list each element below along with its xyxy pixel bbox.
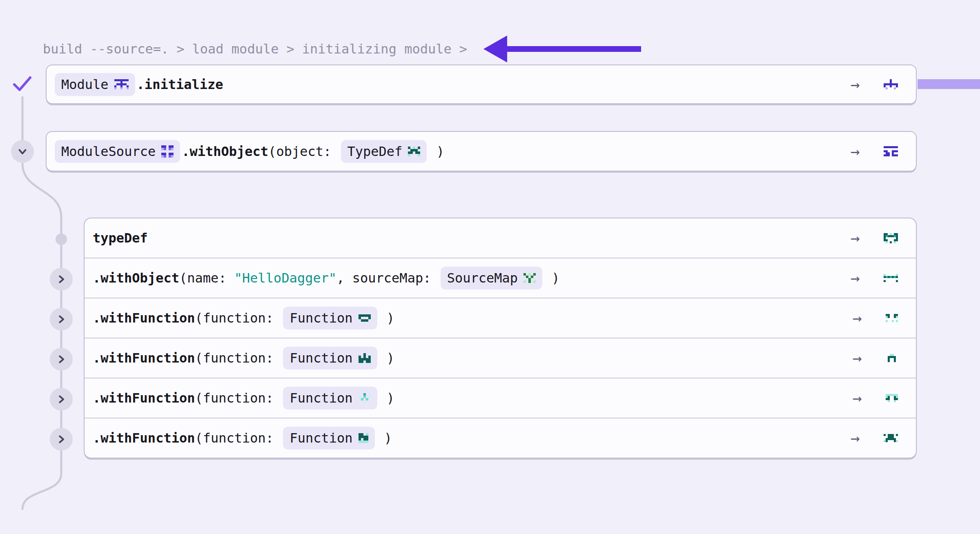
- arrow-right-icon: →: [851, 142, 860, 160]
- type-pill-label: Function: [290, 310, 352, 326]
- type-pill-label: Function: [290, 390, 352, 406]
- chained-calls-card: typeDef → .withObject (name: "HelloDagge…: [84, 218, 917, 458]
- args-text: (object:: [268, 144, 339, 159]
- string-arg: "HelloDagger": [234, 270, 336, 286]
- arrow-right-icon: →: [851, 429, 860, 447]
- expand-chevron-right-icon[interactable]: [50, 308, 73, 331]
- args-text: (function:: [195, 430, 281, 446]
- method-name: .withFunction: [93, 430, 195, 446]
- type-pill-function: Function: [283, 427, 374, 449]
- dagger-trace-view: build --source=. > load module > initial…: [0, 0, 980, 534]
- type-pill-label: Module: [61, 77, 109, 92]
- modulesource-digest-icon: [161, 145, 174, 158]
- chain-row-withobject[interactable]: .withObject (name: "HelloDagger" , sourc…: [85, 258, 916, 298]
- arrow-right-icon: →: [853, 349, 862, 367]
- args-text: (function:: [195, 310, 281, 326]
- output-digest-icon: [886, 394, 898, 402]
- output-digest-icon: [886, 354, 898, 362]
- chain-node-dot: [56, 234, 67, 245]
- arrow-right-icon: →: [851, 229, 860, 247]
- breadcrumb-item-build[interactable]: build --source=.: [43, 41, 169, 57]
- output-digest-icon: [884, 79, 898, 89]
- method-name: .withFunction: [93, 390, 195, 406]
- args-text: (function:: [195, 350, 281, 366]
- args-text: ): [379, 350, 395, 366]
- type-pill-typedef: TypeDef: [341, 140, 427, 163]
- type-pill-module: Module: [55, 73, 135, 96]
- method-name: .withFunction: [93, 310, 195, 326]
- arrow-right-icon: →: [851, 76, 860, 93]
- type-pill-modulesource: ModuleSource: [55, 140, 180, 163]
- collapse-toggle-chevron-down-icon[interactable]: [11, 140, 34, 163]
- chain-row-typedef[interactable]: typeDef →: [85, 218, 916, 258]
- sourcemap-digest-icon: [523, 273, 536, 283]
- expand-chevron-right-icon[interactable]: [50, 268, 73, 291]
- breadcrumb-separator: >: [176, 41, 184, 57]
- output-digest-icon: [884, 434, 898, 442]
- expand-chevron-right-icon[interactable]: [50, 388, 73, 411]
- function-digest-icon: [359, 353, 371, 363]
- type-pill-function: Function: [283, 387, 377, 409]
- call-row-modulesource-withobject: ModuleSource .withObject (object: TypeDe…: [46, 131, 917, 171]
- call-row-content[interactable]: Module .initialize →: [47, 65, 916, 103]
- args-text: ): [376, 430, 392, 446]
- method-name: .withFunction: [93, 350, 195, 366]
- args-text: ): [379, 310, 395, 326]
- breadcrumb-separator: >: [286, 41, 294, 57]
- output-digest-icon: [884, 233, 898, 243]
- call-row-module-initialize: Module .initialize →: [46, 65, 917, 104]
- call-row-content[interactable]: ModuleSource .withObject (object: TypeDe…: [47, 132, 916, 171]
- module-digest-icon: [114, 79, 129, 89]
- expand-chevron-right-icon[interactable]: [50, 348, 73, 371]
- type-pill-label: ModuleSource: [61, 144, 156, 159]
- type-pill-label: TypeDef: [347, 144, 403, 159]
- arrow-right-icon: →: [853, 309, 862, 327]
- breadcrumb-separator: >: [459, 41, 467, 57]
- flow-highlight-bar: [918, 79, 980, 89]
- method-name: .withObject: [182, 144, 268, 159]
- annotation-arrow-head: [483, 36, 507, 62]
- args-text: ): [428, 144, 444, 159]
- output-digest-icon: [886, 314, 898, 322]
- args-text: ): [379, 390, 395, 406]
- annotation-arrow-shaft: [506, 46, 641, 52]
- args-text: , sourceMap:: [336, 270, 439, 286]
- type-pill-function: Function: [283, 347, 377, 369]
- type-pill-function: Function: [283, 307, 377, 329]
- function-digest-icon: [359, 314, 371, 322]
- output-digest-icon: [884, 274, 898, 282]
- method-name: .initialize: [137, 77, 223, 92]
- function-digest-icon: [359, 433, 368, 443]
- breadcrumb: build --source=. > load module > initial…: [43, 40, 467, 58]
- chain-row-withfunction-3[interactable]: .withFunction (function: Function ) →: [85, 378, 916, 418]
- function-digest-icon: [359, 393, 371, 403]
- breadcrumb-item-initializing-module[interactable]: initializing module: [302, 41, 452, 57]
- args-text: (name:: [179, 270, 234, 286]
- args-text: (function:: [195, 390, 281, 406]
- type-pill-label: Function: [290, 350, 352, 366]
- type-pill-label: Function: [290, 430, 352, 446]
- breadcrumb-item-load-module[interactable]: load module: [192, 41, 279, 57]
- type-pill-label: SourceMap: [447, 270, 518, 286]
- args-text: ): [544, 270, 560, 286]
- expand-chevron-right-icon[interactable]: [50, 428, 73, 451]
- type-pill-sourcemap: SourceMap: [441, 267, 542, 289]
- typedef-digest-icon: [408, 147, 420, 156]
- output-digest-icon: [884, 146, 898, 156]
- method-name: typeDef: [93, 230, 148, 246]
- arrow-right-icon: →: [853, 389, 862, 407]
- chain-row-withfunction-4[interactable]: .withFunction (function: Function ) →: [85, 418, 916, 458]
- arrow-right-icon: →: [851, 269, 860, 287]
- chain-row-withfunction-1[interactable]: .withFunction (function: Function ) →: [85, 298, 916, 338]
- method-name: .withObject: [93, 270, 179, 286]
- chain-row-withfunction-2[interactable]: .withFunction (function: Function ) →: [85, 338, 916, 378]
- success-check-icon: [11, 72, 34, 95]
